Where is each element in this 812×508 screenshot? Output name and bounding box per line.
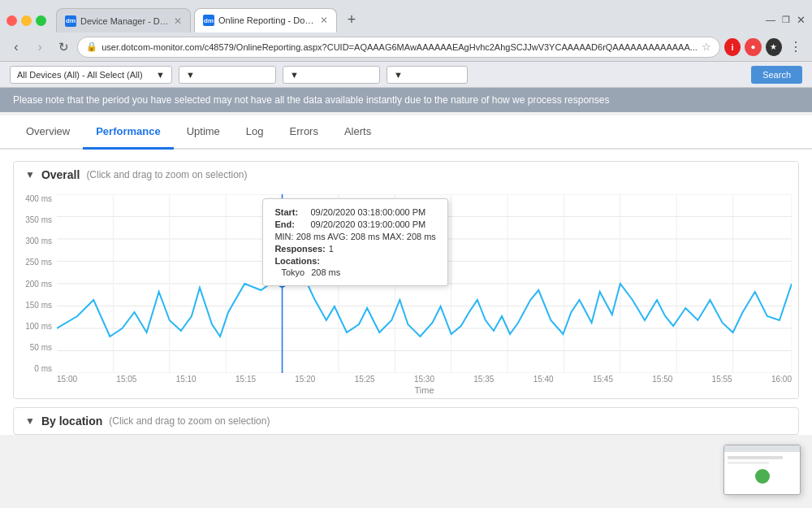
notice-bar: Please note that the period you have sel… (0, 88, 812, 112)
x-label-1555: 15:55 (712, 375, 732, 384)
tab1-favicon: dm (65, 15, 76, 27)
tooltip-tokyo-label: Tokyo (281, 267, 304, 277)
tab-errors[interactable]: Errors (277, 115, 331, 150)
extension-icon-1[interactable]: ● (745, 38, 761, 56)
x-label-1535: 15:35 (473, 375, 494, 384)
window-minimize-icon[interactable]: — (766, 15, 775, 26)
lock-icon: 🔒 (86, 41, 97, 52)
x-label-1520: 15:20 (295, 375, 315, 384)
tooltip-tokyo-value: 208 ms (311, 267, 340, 277)
extension-icon-2[interactable]: ★ (766, 38, 782, 56)
overall-section: ▼ Overall (Click and drag to zoom on sel… (13, 161, 799, 399)
x-label-1545: 15:45 (593, 375, 613, 384)
by-location-subtitle: (Click and drag to zoom on selection) (109, 415, 270, 427)
thumb-content (724, 452, 800, 487)
filter-dropdown-3[interactable]: ▼ (283, 66, 380, 84)
filter-dropdown-4[interactable]: ▼ (387, 66, 468, 84)
back-button[interactable]: ‹ (6, 37, 26, 58)
thumb-green-dot (755, 469, 770, 484)
main-content: Overview Performance Uptime Log Errors A… (0, 115, 812, 435)
forward-button[interactable]: › (30, 37, 50, 58)
chart-area[interactable]: 400 ms 350 ms 300 ms 250 ms 200 ms 150 m… (14, 188, 798, 398)
tab2-favicon: dm (203, 15, 214, 26)
tooltip-end-value: 09/20/2020 03:19:00:000 PM (310, 219, 425, 229)
window-close-icon[interactable]: ✕ (797, 14, 806, 26)
tooltip-stats: MIN: 208 ms AVG: 208 ms MAX: 208 ms (274, 232, 435, 241)
by-location-section: ▼ By location (Click and drag to zoom on… (13, 407, 799, 435)
y-label-300: 300 ms (20, 237, 52, 245)
x-label-1540: 15:40 (533, 375, 554, 384)
win-close-btn[interactable] (6, 15, 17, 26)
window-restore-icon[interactable]: ❒ (782, 15, 790, 25)
overall-subtitle: (Click and drag to zoom on selection) (86, 169, 247, 180)
browser-tab-2[interactable]: dm Online Reporting - Dotcom-Moni... ✕ (194, 8, 337, 33)
tooltip-end-label: End: (274, 219, 307, 229)
by-location-chevron[interactable]: ▼ (25, 415, 35, 427)
bookmark-icon[interactable]: ☆ (702, 41, 711, 53)
nav-tabs: Overview Performance Uptime Log Errors A… (0, 115, 812, 150)
x-label-1515: 15:15 (235, 375, 256, 384)
x-label-1505: 15:05 (116, 375, 136, 384)
y-label-200: 200 ms (20, 280, 52, 289)
x-label-1530: 15:30 (414, 375, 434, 384)
x-label-1600: 16:00 (771, 375, 792, 384)
tab-alerts[interactable]: Alerts (331, 115, 384, 150)
thumb-topbar (724, 445, 800, 452)
y-label-400: 400 ms (20, 194, 52, 203)
tab2-close[interactable]: ✕ (320, 15, 328, 26)
y-label-100: 100 ms (20, 322, 52, 331)
x-label-1550: 15:50 (652, 375, 672, 384)
tab-log[interactable]: Log (233, 115, 277, 150)
y-axis-labels: 400 ms 350 ms 300 ms 250 ms 200 ms 150 m… (20, 194, 57, 373)
tooltip-start-label: Start: (274, 207, 307, 217)
x-axis-labels: 15:00 15:05 15:10 15:15 15:20 15:25 15:3… (57, 375, 792, 384)
tab-performance[interactable]: Performance (83, 115, 173, 150)
new-tab-btn[interactable]: + (340, 8, 363, 31)
tab2-label: Online Reporting - Dotcom-Moni... (218, 15, 316, 25)
x-label-1510: 15:10 (176, 375, 197, 384)
refresh-button[interactable]: ↻ (54, 37, 73, 58)
win-min-btn[interactable] (21, 15, 32, 26)
y-label-350: 350 ms (20, 215, 52, 224)
filter1-chevron: ▼ (156, 70, 165, 80)
tab1-label: Device Manager - Dotcom-Moni... (80, 16, 170, 26)
tooltip-responses-label: Responses: (274, 244, 325, 254)
x-label-1500: 15:00 (57, 375, 77, 384)
y-label-0: 0 ms (20, 364, 52, 373)
overall-title: Overall (41, 168, 80, 181)
win-max-btn[interactable] (36, 15, 46, 26)
by-location-header: ▼ By location (Click and drag to zoom on… (14, 408, 798, 434)
tab-uptime[interactable]: Uptime (174, 115, 233, 150)
tab-overview[interactable]: Overview (13, 115, 83, 150)
y-label-50: 50 ms (20, 343, 52, 352)
tooltip-start-value: 09/20/2020 03:18:00:000 PM (310, 207, 425, 217)
browser-tab-1[interactable]: dm Device Manager - Dotcom-Moni... ✕ (56, 8, 191, 33)
filter-dropdown-2[interactable]: ▼ (179, 66, 276, 84)
y-label-150: 150 ms (20, 301, 52, 310)
tooltip-locations-label: Locations: (274, 256, 320, 266)
chart-tooltip: Start: 09/20/2020 03:18:00:000 PM End: 0… (262, 198, 447, 286)
filter1-label: All Devices (All) - All Select (All) (17, 70, 143, 80)
filter-dropdown-1[interactable]: All Devices (All) - All Select (All) ▼ (10, 66, 172, 84)
by-location-title: By location (41, 415, 102, 428)
overall-section-header: ▼ Overall (Click and drag to zoom on sel… (14, 162, 798, 188)
more-options-icon[interactable]: ⋮ (786, 39, 806, 54)
overall-chevron[interactable]: ▼ (25, 169, 35, 180)
x-axis-label: Time (57, 385, 792, 395)
x-label-1525: 15:25 (355, 375, 375, 384)
address-bar[interactable]: 🔒 user.dotcom-monitor.com/c48579/OnlineR… (77, 37, 720, 58)
address-text: user.dotcom-monitor.com/c48579/OnlineRep… (102, 42, 698, 52)
search-button[interactable]: Search (751, 66, 802, 84)
y-label-250: 250 ms (20, 258, 52, 267)
tooltip-responses-value: 1 (329, 244, 334, 254)
page-thumbnail (723, 445, 801, 495)
profile-icon[interactable]: i (724, 38, 741, 56)
tab1-close[interactable]: ✕ (174, 15, 182, 27)
